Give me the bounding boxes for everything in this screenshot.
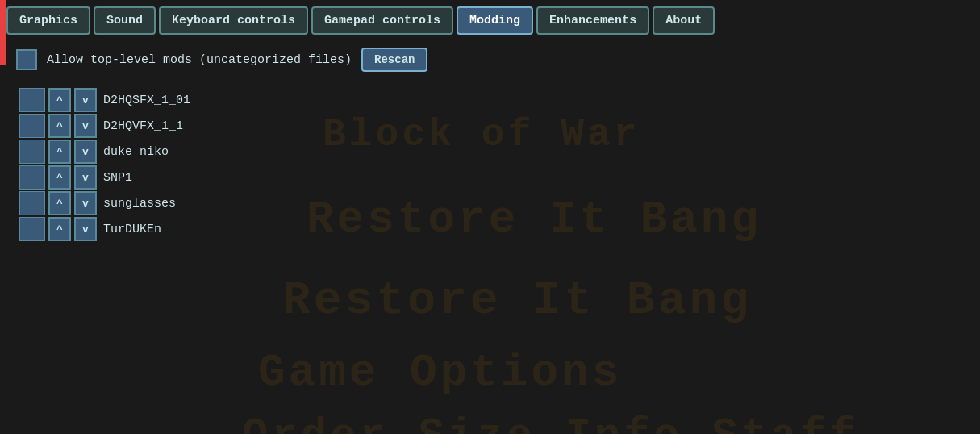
mod-color-block-1 [19, 114, 45, 138]
tab-graphics[interactable]: Graphics [6, 6, 90, 35]
table-row: ^ v SNP1 [19, 165, 964, 190]
mod-name-2: duke_niko [103, 145, 169, 159]
mod-list: ^ v D2HQSFX_1_01 ^ v D2HQVFX_1_1 ^ v duk… [19, 88, 964, 241]
table-row: ^ v D2HQVFX_1_1 [19, 114, 964, 138]
tab-bar: Graphics Sound Keyboard controls Gamepad… [0, 0, 980, 35]
table-row: ^ v sunglasses [19, 191, 964, 215]
mod-up-button-3[interactable]: ^ [48, 165, 71, 190]
mod-color-block-3 [19, 165, 45, 190]
mod-color-block-0 [19, 88, 45, 112]
table-row: ^ v TurDUKEn [19, 217, 964, 241]
tab-about[interactable]: About [653, 6, 715, 35]
content-area: Allow top-level mods (uncategorized file… [0, 35, 980, 254]
mod-up-button-1[interactable]: ^ [48, 114, 71, 138]
allow-top-level-checkbox[interactable] [16, 49, 37, 70]
mod-down-button-4[interactable]: v [74, 191, 97, 215]
mod-name-5: TurDUKEn [103, 223, 161, 236]
tab-gamepad-controls[interactable]: Gamepad controls [311, 6, 453, 35]
tab-modding[interactable]: Modding [457, 6, 533, 35]
allow-top-level-row: Allow top-level mods (uncategorized file… [16, 48, 964, 72]
tab-keyboard-controls[interactable]: Keyboard controls [159, 6, 308, 35]
mod-up-button-5[interactable]: ^ [48, 217, 71, 241]
allow-top-level-label: Allow top-level mods (uncategorized file… [47, 53, 352, 67]
mod-name-3: SNP1 [103, 171, 132, 185]
mod-down-button-1[interactable]: v [74, 114, 97, 138]
table-row: ^ v D2HQSFX_1_01 [19, 88, 964, 112]
app-container: Block of War Restore It Bang Restore It … [0, 0, 980, 434]
mod-color-block-5 [19, 217, 45, 241]
mod-down-button-2[interactable]: v [74, 140, 97, 164]
watermark-line-3: Restore It Bang [282, 274, 752, 327]
mod-name-0: D2HQSFX_1_01 [103, 94, 190, 107]
mod-up-button-4[interactable]: ^ [48, 191, 71, 215]
mod-up-button-0[interactable]: ^ [48, 88, 71, 112]
mod-down-button-5[interactable]: v [74, 217, 97, 241]
mod-name-1: D2HQVFX_1_1 [103, 119, 183, 133]
mod-name-4: sunglasses [103, 197, 176, 211]
tab-sound[interactable]: Sound [94, 6, 156, 35]
watermark-line-4: Game Options [258, 347, 622, 399]
mod-up-button-2[interactable]: ^ [48, 140, 71, 164]
mod-down-button-0[interactable]: v [74, 88, 97, 112]
mod-color-block-2 [19, 140, 45, 164]
watermark-line-5: Order Size Info Staff [242, 411, 859, 434]
mod-color-block-4 [19, 191, 45, 215]
mod-down-button-3[interactable]: v [74, 165, 97, 190]
tab-enhancements[interactable]: Enhancements [536, 6, 649, 35]
rescan-button[interactable]: Rescan [361, 48, 427, 72]
table-row: ^ v duke_niko [19, 140, 964, 164]
